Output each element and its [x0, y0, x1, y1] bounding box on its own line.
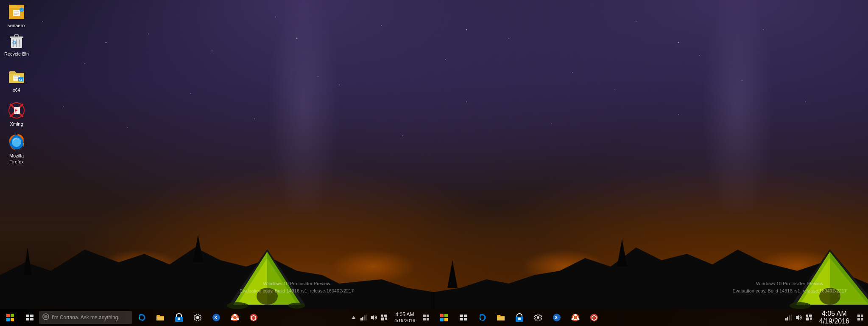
taskbar-right-ubuntu[interactable] [566, 309, 585, 326]
winaero-icon: ✓ [8, 3, 25, 20]
desktop-icon-winaero[interactable]: ✓ winaero [2, 3, 31, 29]
taskbar-right-app7[interactable] [585, 309, 603, 326]
svg-rect-84 [423, 315, 426, 317]
clock-right[interactable]: 4:05 AM 4/19/2016 [816, 309, 853, 326]
tray-right-action-center[interactable] [804, 309, 814, 326]
start-button[interactable] [0, 309, 20, 326]
desktop-icon-firefox[interactable]: Mozilla Firefox [2, 134, 31, 166]
notification-button-right[interactable] [853, 309, 868, 326]
tray-icons-left [347, 309, 391, 326]
search-input[interactable] [52, 315, 126, 320]
taskbar-ubuntu[interactable] [226, 309, 244, 326]
search-bar[interactable] [39, 311, 132, 324]
svg-point-24 [790, 302, 811, 309]
svg-point-105 [578, 318, 580, 320]
recycle-bin-icon: ♻ [8, 32, 25, 49]
clock-date: 4/19/2016 [394, 318, 415, 323]
svg-rect-80 [381, 315, 383, 317]
taskbar-right-edge[interactable] [473, 309, 491, 326]
svg-rect-92 [460, 315, 463, 317]
svg-rect-91 [444, 318, 448, 321]
tray-right-network[interactable] [784, 309, 794, 326]
svg-rect-65 [178, 318, 180, 320]
taskbar-right-explorer[interactable] [491, 309, 510, 326]
svg-marker-74 [352, 316, 356, 319]
svg-rect-116 [857, 315, 860, 317]
taskbar-left: X [0, 309, 434, 326]
firefox-icon [8, 134, 25, 151]
svg-point-103 [575, 314, 577, 316]
svg-point-70 [234, 314, 236, 316]
svg-marker-7 [447, 260, 458, 288]
taskbar-explorer[interactable] [151, 309, 170, 326]
milkyway-layer [0, 0, 868, 212]
svg-marker-3 [23, 247, 32, 275]
svg-point-72 [237, 318, 239, 320]
svg-text:✓: ✓ [21, 9, 23, 12]
svg-rect-93 [464, 315, 467, 317]
svg-rect-117 [861, 315, 863, 317]
svg-marker-0 [0, 247, 434, 309]
system-tray-left: 4:05 AM 4/19/2016 [347, 309, 434, 326]
svg-rect-54 [6, 314, 10, 317]
desktop-icon-x64[interactable]: 64 x64 [2, 68, 31, 93]
xming-icon: F [8, 102, 25, 119]
svg-rect-61 [30, 318, 33, 320]
watermark-line2: Evaluation copy. Build 14316.rs1_release… [240, 287, 354, 295]
svg-rect-95 [464, 318, 467, 320]
svg-rect-119 [861, 318, 863, 320]
clock-right-date: 4/19/2016 [819, 318, 849, 325]
svg-marker-9 [617, 239, 627, 267]
tray-volume[interactable] [369, 309, 379, 326]
svg-text:X: X [555, 315, 558, 320]
svg-text:F: F [14, 108, 17, 114]
clock-time: 4:05 AM [396, 312, 414, 318]
taskbar-right-store[interactable] [510, 309, 529, 326]
svg-rect-39 [14, 35, 19, 37]
svg-rect-88 [440, 314, 444, 317]
desktop-icon-xming[interactable]: F Xming [2, 102, 31, 127]
svg-point-17 [288, 303, 305, 309]
notification-button[interactable] [419, 309, 434, 326]
taskbar-app7[interactable] [244, 309, 263, 326]
clock-left[interactable]: 4:05 AM 4/19/2016 [391, 309, 419, 326]
system-tray-right: 4:05 AM 4/19/2016 [782, 309, 868, 326]
task-view-button-right[interactable] [454, 309, 473, 326]
desktop: Windows 10 Pro Insider Preview Evaluatio… [0, 0, 868, 326]
watermark-right: Windows 10 Pro Insider Preview Evaluatio… [733, 280, 847, 294]
taskbar-pinned-right: X [473, 309, 603, 326]
taskbar-pinned-icons: X [132, 309, 263, 326]
x64-icon: 64 [8, 68, 25, 85]
taskbar-settings[interactable] [188, 309, 207, 326]
svg-text:64: 64 [19, 79, 22, 82]
taskbar-right-xlaunch[interactable]: X [547, 309, 566, 326]
svg-point-63 [44, 315, 47, 318]
tray-expand[interactable] [349, 309, 359, 326]
svg-rect-108 [787, 317, 788, 320]
svg-rect-58 [26, 315, 29, 317]
svg-rect-60 [26, 318, 29, 320]
tray-network[interactable] [359, 309, 369, 326]
taskbar-right-settings[interactable] [529, 309, 547, 326]
svg-rect-85 [427, 315, 429, 317]
svg-rect-82 [381, 318, 384, 320]
mountains-silhouette [0, 224, 868, 309]
svg-rect-87 [427, 318, 429, 320]
watermark-right-line2: Evaluation copy. Build 14316.rs1_release… [733, 287, 847, 295]
taskbar-xlaunch[interactable]: X [207, 309, 226, 326]
svg-rect-94 [460, 318, 463, 320]
svg-text:X: X [214, 315, 218, 320]
tray-right-volume[interactable] [794, 309, 804, 326]
taskbar-edge[interactable] [132, 309, 151, 326]
tray-action-center[interactable] [379, 309, 389, 326]
svg-rect-112 [806, 315, 808, 317]
svg-rect-115 [810, 318, 812, 320]
start-button-right[interactable] [434, 309, 454, 326]
watermark-left: Windows 10 Pro Insider Preview Evaluatio… [240, 280, 354, 294]
taskbar-store[interactable] [170, 309, 188, 326]
task-view-button[interactable] [20, 309, 39, 326]
svg-marker-111 [796, 315, 799, 320]
svg-rect-75 [360, 318, 362, 320]
desktop-icon-recycle-bin[interactable]: ♻ Recycle Bin [2, 32, 31, 57]
svg-point-104 [572, 318, 574, 320]
